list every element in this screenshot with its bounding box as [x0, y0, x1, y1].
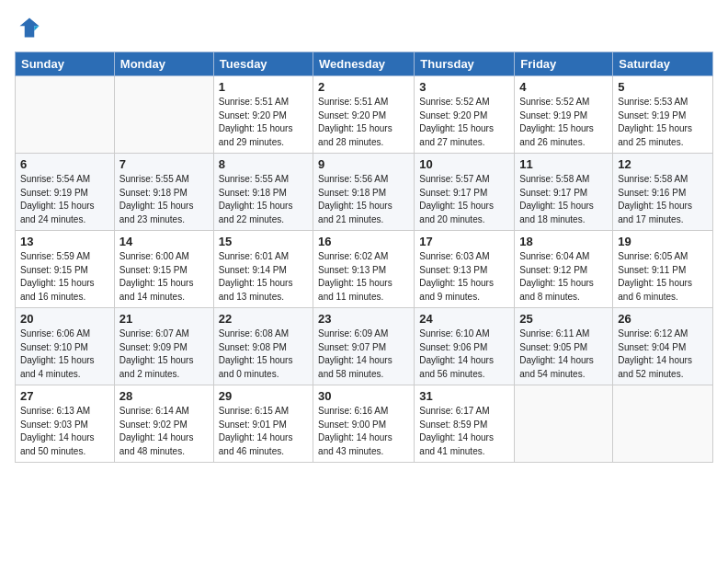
calendar-cell: 11Sunrise: 5:58 AM Sunset: 9:17 PM Dayli…: [515, 154, 613, 231]
day-info: Sunrise: 5:51 AM Sunset: 9:20 PM Dayligh…: [318, 96, 409, 149]
calendar-cell: 19Sunrise: 6:05 AM Sunset: 9:11 PM Dayli…: [613, 231, 713, 308]
day-info: Sunrise: 5:57 AM Sunset: 9:17 PM Dayligh…: [419, 173, 509, 226]
calendar-cell: 3Sunrise: 5:52 AM Sunset: 9:20 PM Daylig…: [415, 76, 515, 154]
day-info: Sunrise: 6:17 AM Sunset: 8:59 PM Dayligh…: [419, 405, 509, 458]
calendar-cell: [16, 76, 115, 154]
calendar-cell: 15Sunrise: 6:01 AM Sunset: 9:14 PM Dayli…: [213, 231, 313, 308]
calendar-cell: 17Sunrise: 6:03 AM Sunset: 9:13 PM Dayli…: [415, 231, 515, 308]
day-number: 10: [419, 157, 509, 171]
day-number: 21: [119, 312, 209, 326]
calendar-cell: 24Sunrise: 6:10 AM Sunset: 9:06 PM Dayli…: [415, 308, 515, 385]
calendar-cell: 9Sunrise: 5:56 AM Sunset: 9:18 PM Daylig…: [313, 154, 415, 231]
day-info: Sunrise: 5:52 AM Sunset: 9:19 PM Dayligh…: [519, 96, 608, 149]
column-header-monday: Monday: [114, 52, 213, 76]
day-info: Sunrise: 5:55 AM Sunset: 9:18 PM Dayligh…: [119, 173, 209, 226]
calendar-week-row: 1Sunrise: 5:51 AM Sunset: 9:20 PM Daylig…: [16, 76, 713, 154]
day-number: 18: [519, 235, 608, 248]
day-number: 20: [20, 312, 109, 326]
day-info: Sunrise: 5:58 AM Sunset: 9:17 PM Dayligh…: [519, 173, 608, 226]
day-info: Sunrise: 6:11 AM Sunset: 9:05 PM Dayligh…: [519, 327, 608, 381]
calendar-cell: 29Sunrise: 6:15 AM Sunset: 9:01 PM Dayli…: [213, 385, 313, 463]
column-header-friday: Friday: [515, 52, 613, 76]
calendar-cell: 13Sunrise: 5:59 AM Sunset: 9:15 PM Dayli…: [16, 231, 115, 308]
column-header-wednesday: Wednesday: [313, 52, 415, 76]
calendar-cell: 16Sunrise: 6:02 AM Sunset: 9:13 PM Dayli…: [313, 231, 415, 308]
day-number: 12: [618, 157, 708, 171]
calendar-cell: 28Sunrise: 6:14 AM Sunset: 9:02 PM Dayli…: [114, 385, 213, 463]
logo-icon: [17, 15, 42, 40]
day-number: 8: [219, 157, 308, 171]
calendar-week-row: 13Sunrise: 5:59 AM Sunset: 9:15 PM Dayli…: [16, 231, 713, 308]
day-number: 16: [318, 235, 409, 248]
day-info: Sunrise: 6:06 AM Sunset: 9:10 PM Dayligh…: [20, 327, 109, 381]
day-info: Sunrise: 5:55 AM Sunset: 9:18 PM Dayligh…: [219, 173, 308, 226]
day-info: Sunrise: 5:59 AM Sunset: 9:15 PM Dayligh…: [20, 250, 109, 304]
day-info: Sunrise: 5:58 AM Sunset: 9:16 PM Dayligh…: [618, 173, 708, 226]
day-number: 26: [618, 312, 708, 326]
day-number: 9: [318, 157, 409, 171]
column-header-sunday: Sunday: [16, 52, 115, 76]
calendar-cell: 14Sunrise: 6:00 AM Sunset: 9:15 PM Dayli…: [114, 231, 213, 308]
calendar-cell: 18Sunrise: 6:04 AM Sunset: 9:12 PM Dayli…: [515, 231, 613, 308]
day-info: Sunrise: 5:56 AM Sunset: 9:18 PM Dayligh…: [318, 173, 409, 226]
calendar-cell: 26Sunrise: 6:12 AM Sunset: 9:04 PM Dayli…: [613, 308, 713, 385]
calendar-week-row: 20Sunrise: 6:06 AM Sunset: 9:10 PM Dayli…: [16, 308, 713, 385]
day-number: 3: [419, 80, 509, 94]
day-info: Sunrise: 6:14 AM Sunset: 9:02 PM Dayligh…: [119, 405, 209, 458]
day-number: 24: [419, 312, 509, 326]
column-header-tuesday: Tuesday: [213, 52, 313, 76]
column-header-thursday: Thursday: [415, 52, 515, 76]
day-number: 6: [20, 157, 109, 171]
calendar-week-row: 6Sunrise: 5:54 AM Sunset: 9:19 PM Daylig…: [16, 154, 713, 231]
day-info: Sunrise: 5:54 AM Sunset: 9:19 PM Dayligh…: [20, 173, 109, 226]
page-header: [15, 15, 713, 40]
day-number: 17: [419, 235, 509, 248]
calendar-cell: [613, 385, 713, 463]
day-info: Sunrise: 6:02 AM Sunset: 9:13 PM Dayligh…: [318, 250, 409, 304]
day-number: 11: [519, 157, 608, 171]
day-number: 14: [119, 235, 209, 248]
calendar-cell: 5Sunrise: 5:53 AM Sunset: 9:19 PM Daylig…: [613, 76, 713, 154]
day-info: Sunrise: 5:52 AM Sunset: 9:20 PM Dayligh…: [419, 96, 509, 149]
day-number: 15: [219, 235, 308, 248]
day-info: Sunrise: 6:09 AM Sunset: 9:07 PM Dayligh…: [318, 327, 409, 381]
calendar-week-row: 27Sunrise: 6:13 AM Sunset: 9:03 PM Dayli…: [16, 385, 713, 463]
day-number: 31: [419, 389, 509, 403]
day-number: 25: [519, 312, 608, 326]
day-number: 5: [618, 80, 708, 94]
day-number: 29: [219, 389, 308, 403]
column-header-saturday: Saturday: [613, 52, 713, 76]
day-number: 4: [519, 80, 608, 94]
day-number: 27: [20, 389, 109, 403]
calendar-cell: 2Sunrise: 5:51 AM Sunset: 9:20 PM Daylig…: [313, 76, 415, 154]
day-number: 23: [318, 312, 409, 326]
svg-marker-1: [34, 26, 39, 30]
day-number: 1: [219, 80, 308, 94]
calendar-cell: [114, 76, 213, 154]
day-number: 28: [119, 389, 209, 403]
day-info: Sunrise: 5:53 AM Sunset: 9:19 PM Dayligh…: [618, 96, 708, 149]
day-info: Sunrise: 6:05 AM Sunset: 9:11 PM Dayligh…: [618, 250, 708, 304]
calendar-cell: 6Sunrise: 5:54 AM Sunset: 9:19 PM Daylig…: [16, 154, 115, 231]
calendar-table: SundayMondayTuesdayWednesdayThursdayFrid…: [15, 52, 713, 463]
day-info: Sunrise: 6:15 AM Sunset: 9:01 PM Dayligh…: [219, 405, 308, 458]
day-number: 19: [618, 235, 708, 248]
day-info: Sunrise: 6:03 AM Sunset: 9:13 PM Dayligh…: [419, 250, 509, 304]
logo: [15, 15, 42, 40]
day-info: Sunrise: 6:08 AM Sunset: 9:08 PM Dayligh…: [219, 327, 308, 381]
day-info: Sunrise: 6:01 AM Sunset: 9:14 PM Dayligh…: [219, 250, 308, 304]
day-info: Sunrise: 6:04 AM Sunset: 9:12 PM Dayligh…: [519, 250, 608, 304]
calendar-cell: 23Sunrise: 6:09 AM Sunset: 9:07 PM Dayli…: [313, 308, 415, 385]
calendar-cell: 27Sunrise: 6:13 AM Sunset: 9:03 PM Dayli…: [16, 385, 115, 463]
calendar-cell: 30Sunrise: 6:16 AM Sunset: 9:00 PM Dayli…: [313, 385, 415, 463]
day-info: Sunrise: 6:16 AM Sunset: 9:00 PM Dayligh…: [318, 405, 409, 458]
day-info: Sunrise: 6:13 AM Sunset: 9:03 PM Dayligh…: [20, 405, 109, 458]
calendar-cell: 12Sunrise: 5:58 AM Sunset: 9:16 PM Dayli…: [613, 154, 713, 231]
day-info: Sunrise: 5:51 AM Sunset: 9:20 PM Dayligh…: [219, 96, 308, 149]
day-info: Sunrise: 6:07 AM Sunset: 9:09 PM Dayligh…: [119, 327, 209, 381]
calendar-cell: 1Sunrise: 5:51 AM Sunset: 9:20 PM Daylig…: [213, 76, 313, 154]
calendar-cell: 21Sunrise: 6:07 AM Sunset: 9:09 PM Dayli…: [114, 308, 213, 385]
day-number: 2: [318, 80, 409, 94]
day-number: 22: [219, 312, 308, 326]
calendar-cell: 8Sunrise: 5:55 AM Sunset: 9:18 PM Daylig…: [213, 154, 313, 231]
